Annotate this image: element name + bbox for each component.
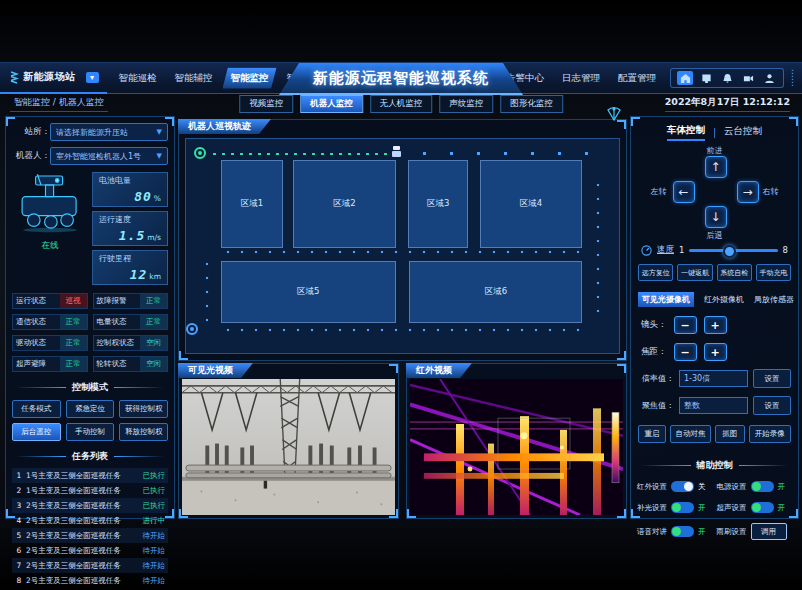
map-region-3[interactable]: 区域3 [408, 160, 468, 248]
turn-left-button[interactable]: ← [673, 181, 695, 203]
task-row[interactable]: 21号主变及三侧全面巡视任务已执行 [12, 483, 168, 498]
infrared-video-feed[interactable] [410, 379, 623, 515]
speed-value: 1.5 [119, 228, 145, 243]
app-title-banner: 新能源远程智能巡视系统 [279, 63, 523, 95]
toggle-state: 开 [698, 527, 706, 537]
reboot-button[interactable]: 重启 [638, 425, 666, 443]
patrol-map[interactable]: 区域1 区域2 区域3 区域4 区域5 区域6 [185, 138, 620, 354]
release-control-button[interactable]: 释放控制权 [119, 423, 168, 441]
focus-minus-button[interactable]: − [674, 343, 697, 361]
task-row[interactable]: 72号主变及三侧全面巡视任务待开始 [12, 558, 168, 573]
tab-robot-monitor[interactable]: 机器人监控 [300, 95, 363, 113]
control-mode-title: 控制模式 [16, 381, 164, 394]
tab-acoustic-monitor[interactable]: 声纹监控 [439, 95, 493, 113]
task-mode-button[interactable]: 任务模式 [12, 400, 61, 418]
mileage-label: 行驶里程 [99, 253, 161, 264]
power-toggle[interactable] [751, 481, 774, 492]
map-region-1[interactable]: 区域1 [221, 160, 284, 248]
visible-video-feed[interactable] [182, 379, 395, 515]
map-region-5[interactable]: 区域5 [221, 261, 396, 323]
camera-tabs: 可见光摄像机 红外摄像机 局放传感器 [638, 292, 791, 307]
emergency-locate-button[interactable]: 紧急定位 [66, 400, 115, 418]
infrared-toggle[interactable] [671, 481, 694, 492]
nav-item-config-mgmt[interactable]: 配置管理 [610, 68, 664, 89]
one-key-return-button[interactable]: 一键返航 [677, 264, 712, 281]
zoom-set-button[interactable]: 设置 [753, 369, 791, 388]
map-region-6[interactable]: 区域6 [409, 261, 582, 323]
manual-charge-button[interactable]: 手动充电 [756, 264, 791, 281]
manual-control-button[interactable]: 手动控制 [66, 423, 115, 441]
status-badge: 空闲 [140, 357, 167, 371]
ultrasonic-toggle[interactable] [751, 502, 774, 513]
status-badge: 正常 [140, 315, 167, 329]
speed-label: 运行速度 [99, 214, 161, 225]
tab-video-monitor[interactable]: 视频监控 [239, 95, 293, 113]
camera-icon[interactable] [740, 71, 756, 85]
wiper-call-button[interactable]: 调用 [751, 523, 787, 540]
forward-label: 前进 [707, 145, 723, 156]
remote-control-button[interactable]: 后台遥控 [12, 423, 61, 441]
forward-button[interactable]: ↑ [705, 156, 727, 178]
visible-video-panel: 可见光视频 [178, 363, 399, 519]
toggle-state: 开 [698, 503, 706, 513]
station-select-value: 请选择新能源升压站 [56, 127, 128, 138]
focus-value-input[interactable] [679, 397, 748, 414]
aux-control-title: 辅助控制 [641, 459, 788, 472]
speed-slider[interactable] [689, 249, 777, 252]
task-row[interactable]: 42号主变及三侧全面巡视任务进行中 [12, 513, 168, 528]
autofocus-button[interactable]: 自动对焦 [670, 425, 711, 443]
robot-figure: 在线 [12, 172, 88, 285]
start-record-button[interactable]: 开始录像 [749, 425, 791, 443]
task-row[interactable]: 62号主变及三侧全面巡视任务待开始 [12, 543, 168, 558]
user-icon[interactable] [761, 71, 777, 85]
patrol-track-panel: 机器人巡视轨迹 区域1 区域2 区域3 区域4 区域5 区域6 [178, 119, 627, 361]
lens-minus-button[interactable]: − [674, 316, 697, 334]
robot-position-marker[interactable] [392, 146, 401, 158]
control-mode-buttons: 任务模式 紧急定位 获得控制权 后台遥控 手动控制 释放控制权 [12, 400, 168, 441]
voice-intercom-toggle[interactable] [671, 526, 694, 537]
nav-item-log-mgmt[interactable]: 日志管理 [554, 68, 608, 89]
robot-select[interactable]: 室外智能巡检机器人1号 ▼ [50, 147, 168, 165]
lens-plus-button[interactable]: + [704, 316, 727, 334]
focus-set-button[interactable]: 设置 [753, 396, 791, 415]
nav-item-patrol[interactable]: 智能巡检 [111, 68, 165, 89]
fill-light-toggle[interactable] [671, 502, 694, 513]
control-panel: 车体控制 云台控制 前进 ↑ 左转 ← → 右转 ↓ 后退 速度 1 8 远方复… [630, 116, 799, 519]
station-selector[interactable]: 新能源场站 ▾ [0, 62, 107, 94]
map-region-4[interactable]: 区域4 [480, 160, 582, 248]
self-check-button[interactable]: 系统自检 [717, 264, 752, 281]
task-row[interactable]: 82号主变及三侧全面巡视任务待开始 [12, 573, 168, 588]
status-fault: 故障报警正常 [93, 293, 169, 309]
task-row[interactable]: 52号主变及三侧全面巡视任务待开始 [12, 528, 168, 543]
tab-graphic-monitor[interactable]: 图形化监控 [500, 95, 563, 113]
home-icon[interactable] [677, 71, 693, 85]
decorative-zigzag-icon: ⋮⋮ [788, 69, 796, 87]
backward-button[interactable]: ↓ [705, 206, 727, 228]
task-row[interactable]: 11号主变及三侧全面巡视任务已执行 [12, 468, 168, 483]
station-select[interactable]: 请选择新能源升压站 ▼ [50, 123, 168, 141]
speed-slider-knob[interactable] [723, 245, 736, 258]
status-battery: 电量状态正常 [93, 314, 169, 330]
toggle-state: 开 [778, 503, 786, 513]
map-region-2[interactable]: 区域2 [293, 160, 396, 248]
speed-unit: m/s [147, 233, 161, 242]
snapshot-button[interactable]: 抓图 [715, 425, 745, 443]
task-row[interactable]: 32号主变及三侧全面巡视任务已执行 [12, 498, 168, 513]
nav-item-monitor[interactable]: 智能监控 [223, 68, 277, 89]
alarm-icon[interactable] [719, 71, 735, 85]
zoom-value-input[interactable] [679, 370, 748, 387]
tab-infrared-camera[interactable]: 红外摄像机 [704, 294, 744, 305]
speed-label: 速度 [657, 244, 674, 256]
tab-body-control[interactable]: 车体控制 [667, 124, 705, 141]
tab-pd-sensor[interactable]: 局放传感器 [754, 294, 794, 305]
tab-gimbal-control[interactable]: 云台控制 [724, 125, 762, 140]
acquire-control-button[interactable]: 获得控制权 [119, 400, 168, 418]
remote-reset-button[interactable]: 远方复位 [638, 264, 673, 281]
tab-drone-monitor[interactable]: 无人机监控 [370, 95, 433, 113]
tab-visible-camera[interactable]: 可见光摄像机 [638, 292, 694, 307]
monitor-icon[interactable] [698, 71, 714, 85]
chevron-down-icon[interactable]: ▾ [86, 72, 99, 83]
focus-plus-button[interactable]: + [704, 343, 727, 361]
turn-right-button[interactable]: → [737, 181, 759, 203]
nav-item-aux-control[interactable]: 智能辅控 [167, 68, 221, 89]
